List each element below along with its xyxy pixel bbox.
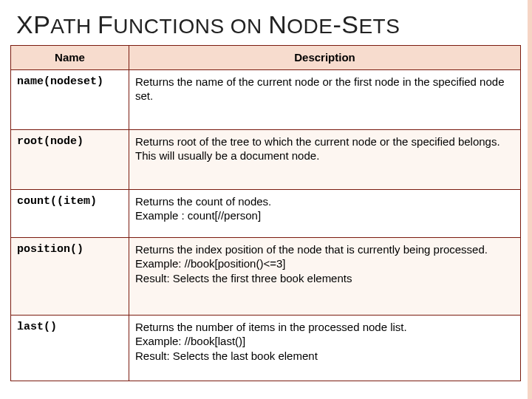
table-row: root(node) Returns root of the tree to w… xyxy=(11,129,521,189)
column-header-name: Name xyxy=(11,46,129,70)
table-header-row: Name Description xyxy=(11,46,521,70)
function-description: Returns the count of nodes.Example : cou… xyxy=(129,189,521,237)
function-description: Returns root of the tree to which the cu… xyxy=(129,129,521,189)
function-name: last() xyxy=(11,315,129,381)
function-name: name(nodeset) xyxy=(11,69,129,129)
page-title: XPATH FUNCTIONS ON NODE-SETS xyxy=(16,10,520,39)
function-name: root(node) xyxy=(11,129,129,189)
function-description: Returns the name of the current node or … xyxy=(129,69,521,129)
function-description: Returns the index position of the node t… xyxy=(129,237,521,315)
functions-table: Name Description name(nodeset) Returns t… xyxy=(10,45,521,381)
column-header-description: Description xyxy=(129,46,521,70)
function-name: position() xyxy=(11,237,129,315)
slide: XPATH FUNCTIONS ON NODE-SETS Name Descri… xyxy=(0,0,532,399)
function-name: count((item) xyxy=(11,189,129,237)
table-row: last() Returns the number of items in th… xyxy=(11,315,521,381)
function-description: Returns the number of items in the proce… xyxy=(129,315,521,381)
table-row: count((item) Returns the count of nodes.… xyxy=(11,189,521,237)
table-row: position() Returns the index position of… xyxy=(11,237,521,315)
table-row: name(nodeset) Returns the name of the cu… xyxy=(11,69,521,129)
